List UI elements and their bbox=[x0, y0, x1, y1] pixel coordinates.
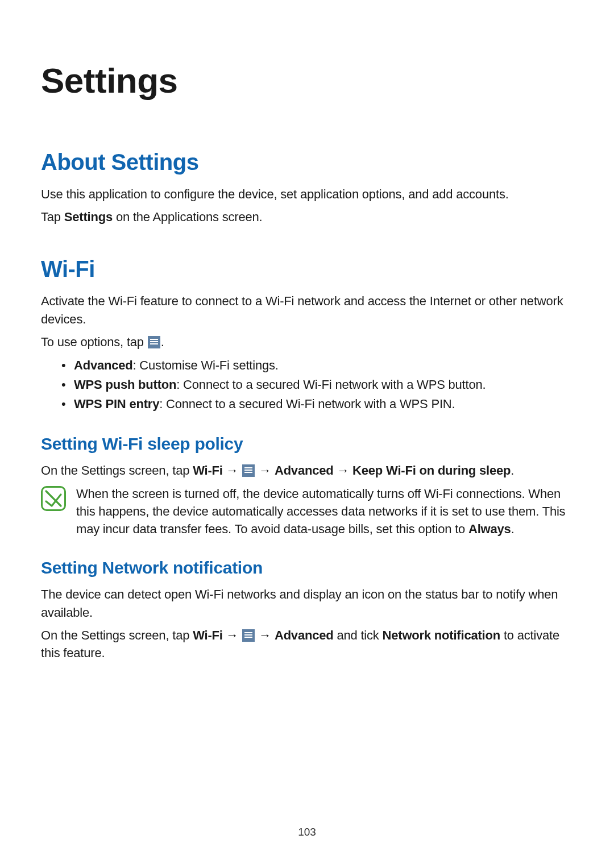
sleep-p1: On the Settings screen, tap Wi-Fi → → Ad… bbox=[41, 462, 573, 479]
heading-sleep-policy: Setting Wi-Fi sleep policy bbox=[41, 434, 573, 454]
arrow: → bbox=[333, 463, 352, 477]
text-bold: Settings bbox=[64, 210, 113, 224]
text: on the Applications screen. bbox=[113, 210, 262, 224]
wifi-p1: Activate the Wi-Fi feature to connect to… bbox=[41, 292, 573, 327]
heading-network-notification: Setting Network notification bbox=[41, 558, 573, 578]
text: Tap bbox=[41, 210, 64, 224]
text-bold: Advanced bbox=[275, 628, 334, 642]
heading-wifi: Wi-Fi bbox=[41, 256, 573, 282]
text: On the Settings screen, tap bbox=[41, 463, 193, 477]
list-item: WPS PIN entry: Connect to a secured Wi-F… bbox=[61, 394, 573, 414]
text: . bbox=[511, 522, 515, 536]
list-item: Advanced: Customise Wi-Fi settings. bbox=[61, 356, 573, 375]
text: : Connect to a secured Wi-Fi network wit… bbox=[176, 377, 486, 392]
menu-icon bbox=[242, 629, 255, 642]
arrow: → bbox=[223, 628, 242, 642]
text-bold: Advanced bbox=[275, 463, 334, 477]
text-bold: Advanced bbox=[74, 358, 133, 372]
menu-icon bbox=[242, 464, 255, 477]
text: To use options, tap bbox=[41, 335, 147, 349]
text-bold: Wi-Fi bbox=[193, 628, 223, 642]
netnotif-p2: On the Settings screen, tap Wi-Fi → → Ad… bbox=[41, 626, 573, 662]
text: . bbox=[511, 463, 514, 477]
arrow: → bbox=[255, 463, 275, 477]
text: . bbox=[161, 335, 164, 349]
text-bold: Always bbox=[468, 522, 511, 536]
about-p1: Use this application to configure the de… bbox=[41, 185, 573, 203]
text-bold: Wi-Fi bbox=[193, 463, 223, 477]
text: : Connect to a secured Wi-Fi network wit… bbox=[159, 397, 455, 411]
chapter-title: Settings bbox=[41, 60, 573, 101]
text: : Customise Wi-Fi settings. bbox=[133, 358, 279, 372]
arrow: → bbox=[255, 628, 275, 642]
netnotif-p1: The device can detect open Wi-Fi network… bbox=[41, 585, 573, 621]
note-block: When the screen is turned off, the devic… bbox=[41, 485, 573, 538]
text-bold: Network notification bbox=[383, 628, 500, 642]
text: and tick bbox=[333, 628, 382, 642]
note-icon bbox=[41, 486, 66, 511]
text-bold: WPS PIN entry bbox=[74, 397, 159, 411]
wifi-options-list: Advanced: Customise Wi-Fi settings. WPS … bbox=[41, 356, 573, 414]
wifi-p2: To use options, tap . bbox=[41, 333, 573, 351]
text-bold: Keep Wi-Fi on during sleep bbox=[352, 463, 511, 477]
heading-about-settings: About Settings bbox=[41, 149, 573, 175]
list-item: WPS push button: Connect to a secured Wi… bbox=[61, 375, 573, 394]
page-number: 103 bbox=[0, 826, 614, 838]
menu-icon bbox=[148, 336, 160, 348]
arrow: → bbox=[223, 463, 242, 477]
text-bold: WPS push button bbox=[74, 377, 176, 392]
text: On the Settings screen, tap bbox=[41, 628, 193, 642]
note-text: When the screen is turned off, the devic… bbox=[76, 485, 573, 538]
about-p2: Tap Settings on the Applications screen. bbox=[41, 208, 573, 226]
